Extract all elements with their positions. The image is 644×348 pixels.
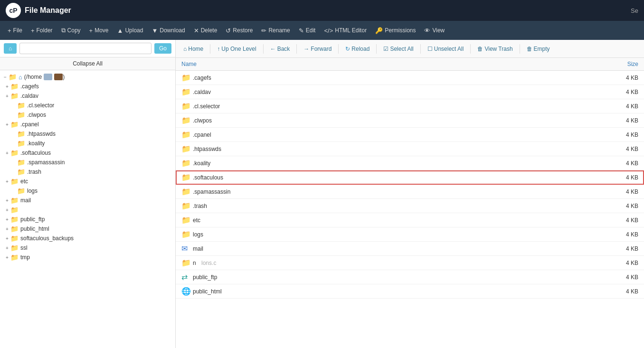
tree-item-mail[interactable]: + 📁 mail [0, 196, 175, 205]
forward-button[interactable]: → Forward [300, 44, 335, 54]
sidebar-home-button[interactable]: ⌂ [4, 43, 17, 54]
view-icon: 👁 [424, 27, 430, 34]
file-row-mail[interactable]: ✉ mail 4 KB [176, 242, 644, 256]
html-editor-button[interactable]: </> HTML Editor [320, 25, 370, 37]
tree-item-home[interactable]: − 📁 ⌂ (/home ) [0, 72, 175, 82]
toggle-icon: + [4, 217, 10, 222]
tree-item-label: .htpasswds [27, 131, 56, 137]
toggle-icon: + [4, 198, 10, 203]
select-all-button[interactable]: ☑ Select All [379, 44, 417, 54]
toggle-icon: + [4, 255, 10, 260]
collapse-all-button[interactable]: Collapse All [0, 57, 175, 70]
web-icon: 🌐 [181, 287, 193, 296]
reload-button[interactable]: ↻ Reload [341, 44, 373, 54]
permissions-button[interactable]: 🔑 Permissions [371, 25, 419, 37]
tree-item-softaculous-backups[interactable]: + 📁 softaculous_backups [0, 234, 175, 243]
tree-item-tmp[interactable]: + 📁 tmp [0, 253, 175, 262]
tree-item-paren: ) [63, 74, 65, 80]
column-size-header[interactable]: Size [600, 61, 638, 67]
file-row-softaculous[interactable]: 📁 .softaculous 4 KB [176, 170, 644, 185]
file-row[interactable]: 📁 .htpasswds 4 KB [176, 142, 644, 156]
folder-icon: 📁 [10, 149, 19, 157]
file-row[interactable]: 📁 .clwpos 4 KB [176, 113, 644, 128]
file-row[interactable]: 📁 .trash 4 KB [176, 199, 644, 213]
file-row[interactable]: 📁 .cpanel 4 KB [176, 128, 644, 142]
file-row[interactable]: 📁 .koality 4 KB [176, 156, 644, 170]
file-size: 4 KB [600, 174, 638, 181]
unselect-all-button[interactable]: ☐ Unselect All [424, 44, 468, 54]
tree-item-cagefs[interactable]: + 📁 .cagefs [0, 82, 175, 91]
tree-item-ssl[interactable]: + 📁 ssl [0, 243, 175, 253]
home-button[interactable]: ⌂ Home [180, 44, 207, 54]
tree-item-htpasswds[interactable]: 📁 .htpasswds [0, 129, 175, 139]
top-header: cP File Manager Se [0, 0, 644, 21]
edit-button[interactable]: ✎ Edit [295, 25, 320, 37]
tree-item-label: .caldav [20, 93, 38, 99]
edit-icon: ✎ [299, 27, 304, 34]
toggle-icon: + [4, 94, 10, 99]
tree-item-softaculous[interactable]: + 📁 .softaculous [0, 148, 175, 158]
forward-icon: → [303, 46, 309, 52]
file-row-public-ftp[interactable]: ⇄ public_ftp 4 KB [176, 270, 644, 284]
new-folder-button[interactable]: + Folder [27, 25, 57, 37]
rename-button[interactable]: ✏ Rename [257, 25, 294, 37]
delete-button[interactable]: ✕ Delete [190, 25, 221, 37]
file-name: .cl.selector [193, 103, 600, 110]
copy-icon: ⧉ [61, 27, 66, 34]
tree-item-spamassassin[interactable]: 📁 .spamassassin [0, 158, 175, 167]
file-row-public-html[interactable]: 🌐 public_html 4 KB [176, 284, 644, 299]
folder-icon: 📁 [10, 216, 19, 223]
toggle-icon: − [2, 75, 9, 80]
up-one-level-button[interactable]: ↑ Up One Level [213, 44, 260, 54]
column-name-header[interactable]: Name [181, 61, 600, 67]
home-icon: ⌂ [19, 74, 22, 81]
tree-item-public-html[interactable]: + 📁 public_html [0, 224, 175, 234]
move-button[interactable]: + Move [85, 25, 113, 37]
tree-item-koality[interactable]: 📁 .koality [0, 139, 175, 148]
file-row[interactable]: 📁 etc 4 KB [176, 213, 644, 227]
up-icon: ↑ [217, 46, 220, 52]
new-file-button[interactable]: + File [4, 25, 26, 37]
tree-item-logs[interactable]: 📁 logs [0, 186, 175, 196]
path-input[interactable] [19, 43, 152, 54]
back-button[interactable]: ← Back [266, 44, 294, 54]
tree-item-public-ftp[interactable]: + 📁 public_ftp [0, 215, 175, 224]
view-button[interactable]: 👁 View [420, 25, 448, 37]
folder-icon: 📁 [181, 216, 193, 225]
download-button[interactable]: ▼ Download [148, 25, 189, 37]
tree-item-label: (/home [24, 74, 42, 80]
folder-icon: 📁 [17, 111, 25, 119]
separator [296, 44, 297, 54]
tree-item-caldav[interactable]: + 📁 .caldav [0, 91, 175, 101]
tree-item-cpanel[interactable]: + 📁 .cpanel [0, 120, 175, 129]
file-name: .softaculous [193, 174, 600, 181]
upload-button[interactable]: ▲ Upload [114, 25, 147, 37]
file-row[interactable]: 📁 logs 4 KB [176, 227, 644, 242]
home-icon: ⌂ [183, 46, 187, 52]
tree-item-label-extra [44, 74, 63, 80]
file-row[interactable]: 📁 .cl.selector 4 KB [176, 99, 644, 113]
tree-item-cl-selector[interactable]: 📁 .cl.selector [0, 101, 175, 110]
file-row[interactable]: 📁 .caldav 4 KB [176, 85, 644, 99]
file-name: .caldav [193, 89, 600, 95]
copy-button[interactable]: ⧉ Copy [57, 24, 85, 37]
tree-item-etc[interactable]: + 📁 etc [0, 177, 175, 186]
tree-item-unnamed[interactable]: + 📁 [0, 205, 175, 215]
folder-icon: 📁 [181, 87, 193, 96]
file-row[interactable]: 📁 .cagefs 4 KB [176, 71, 644, 85]
folder-icon: 📁 [181, 73, 193, 82]
folder-icon: 📁 [9, 73, 17, 81]
empty-button[interactable]: 🗑 Empty [523, 44, 554, 54]
tree-item-clwpos[interactable]: 📁 .clwpos [0, 110, 175, 120]
separator [470, 44, 471, 54]
tree-item-trash[interactable]: 📁 .trash [0, 167, 175, 177]
folder-icon: 📁 [181, 159, 193, 168]
restore-button[interactable]: ↺ Restore [222, 25, 256, 37]
view-trash-button[interactable]: 🗑 View Trash [474, 44, 516, 54]
file-row[interactable]: 📁 .spamassassin 4 KB [176, 185, 644, 199]
transfer-icon: ⇄ [181, 273, 193, 282]
go-button[interactable]: Go [154, 43, 171, 54]
file-size: 4 KB [600, 231, 638, 238]
file-row-n[interactable]: 📁 n lons.c 4 KB [176, 256, 644, 270]
toggle-icon: + [4, 122, 10, 127]
